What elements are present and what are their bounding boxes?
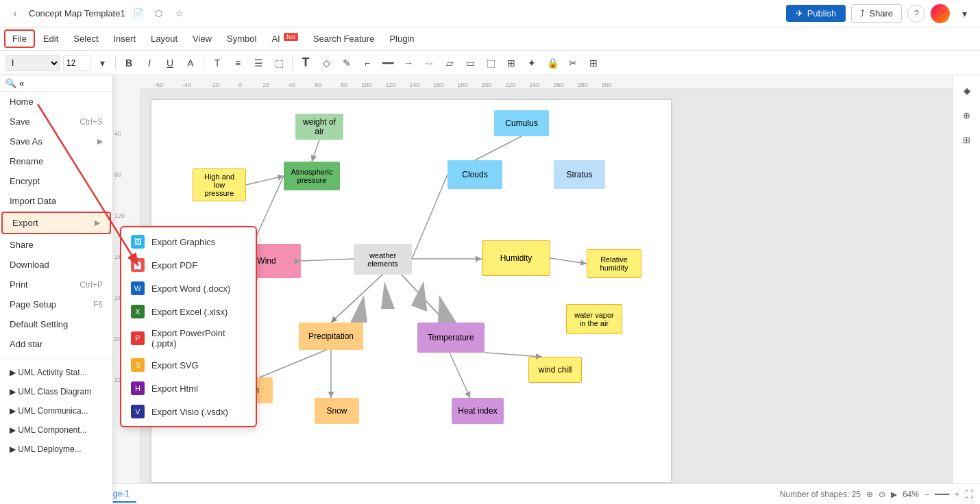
menu-ai[interactable]: AI hot	[265, 31, 304, 47]
italic-button[interactable]: I	[140, 54, 158, 72]
doc-icon[interactable]: 📄	[131, 6, 146, 21]
file-menu-save[interactable]: SaveCtrl+S	[0, 112, 112, 131]
line-style[interactable]: ━━	[379, 54, 397, 72]
export-excel[interactable]: X Export Excel (.xlsx)	[121, 300, 256, 323]
node-atmospheric-pressure[interactable]: Atmospheric pressure	[284, 162, 340, 190]
node-weather-elements[interactable]: weather elements	[354, 244, 412, 275]
text-format-button[interactable]: T	[208, 54, 226, 72]
menu-file[interactable]: File	[4, 29, 35, 48]
file-menu-save-as[interactable]: Save As▶	[0, 131, 112, 151]
zoom-slider[interactable]: ━━━	[935, 490, 949, 499]
layers-icon-bottom[interactable]: ⊕	[866, 490, 873, 499]
uml-communication[interactable]: ▶ UML Communica...	[0, 401, 112, 420]
menu-layout[interactable]: Layout	[144, 31, 184, 47]
node-high-low-pressure[interactable]: High and low pressure	[193, 168, 246, 201]
node-snow[interactable]: Snow	[315, 398, 359, 424]
publish-button[interactable]: ✈ Publish	[786, 5, 846, 22]
file-menu-download[interactable]: Download	[0, 255, 112, 275]
file-menu-share[interactable]: Share	[0, 235, 112, 255]
avatar[interactable]	[931, 4, 950, 23]
top-bar: ‹ Concept Map Template1 📄 ⬡ ☆ ✈ Publish …	[0, 0, 980, 27]
file-menu-export[interactable]: Export▶	[1, 212, 111, 234]
node-weight-of-air[interactable]: weight of air	[295, 114, 343, 140]
font-family-select[interactable]: I	[5, 55, 60, 71]
node-humidity[interactable]: Humidity	[482, 240, 550, 276]
menu-insert[interactable]: Insert	[107, 31, 143, 47]
fx-button[interactable]: ✦	[523, 54, 541, 72]
export-html[interactable]: H Export Html	[121, 377, 256, 400]
export-pptx[interactable]: P Export PowerPoint (.pptx)	[121, 323, 256, 353]
connector-button[interactable]: ⌐	[358, 54, 376, 72]
pen-button[interactable]: ✎	[338, 54, 356, 72]
collapse-icon[interactable]: «	[19, 78, 24, 88]
focus-icon[interactable]: ⊙	[879, 490, 885, 499]
uml-activity[interactable]: ▶ UML Activity Stat...	[0, 363, 112, 382]
shape2[interactable]: ▭	[461, 54, 479, 72]
back-button[interactable]: ‹	[7, 5, 23, 22]
menu-select[interactable]: Select	[66, 31, 105, 47]
export-pdf[interactable]: 📄 Export PDF	[121, 253, 256, 277]
rs-grid-icon[interactable]: ⊞	[957, 130, 977, 149]
file-menu-import[interactable]: Import Data	[0, 191, 112, 211]
play-icon[interactable]: ▶	[891, 490, 897, 499]
star-icon[interactable]: ☆	[172, 6, 187, 21]
underline-button[interactable]: U	[161, 54, 179, 72]
vertical-align[interactable]: ⬚	[270, 54, 288, 72]
file-menu-print[interactable]: PrintCtrl+P	[0, 275, 112, 294]
menu-search-feature[interactable]: Search Feature	[306, 31, 382, 47]
canvas-content[interactable]: weight of air Cumulus Atmospheric pressu…	[140, 89, 953, 490]
fit-page-button[interactable]: ⛶	[965, 490, 973, 499]
uml-class[interactable]: ▶ UML Class Diagram	[0, 382, 112, 401]
font-size-up[interactable]: ▾	[93, 54, 111, 72]
file-menu-page-setup[interactable]: Page SetupF6	[0, 294, 112, 314]
zoom-out-button[interactable]: −	[924, 490, 929, 499]
erase-button[interactable]: ◇	[317, 54, 335, 72]
shape3[interactable]: ⬚	[482, 54, 500, 72]
node-cumulus[interactable]: Cumulus	[494, 110, 549, 136]
node-relative-humidity[interactable]: Relative humidity	[587, 249, 641, 278]
shape4[interactable]: ⊞	[502, 54, 520, 72]
help-button[interactable]: ?	[907, 5, 925, 23]
rs-diamond-icon[interactable]: ◆	[957, 81, 977, 100]
menu-symbol[interactable]: Symbol	[220, 31, 263, 47]
export-svg[interactable]: S Export SVG	[121, 353, 256, 377]
line-dots[interactable]: ···	[420, 54, 438, 72]
scissors-button[interactable]: ✂	[564, 54, 582, 72]
font-color-button[interactable]: A	[182, 54, 199, 72]
lock-button[interactable]: 🔒	[543, 54, 561, 72]
zoom-in-button[interactable]: +	[955, 490, 959, 499]
share-button[interactable]: ⤴ Share	[851, 4, 902, 23]
uml-component[interactable]: ▶ UML Component...	[0, 420, 112, 440]
file-menu-default[interactable]: Default Setting	[0, 314, 112, 334]
file-menu-star[interactable]: Add star	[0, 334, 112, 354]
file-menu-home[interactable]: Home	[0, 92, 112, 112]
export-visio[interactable]: V Export Visio (.vsdx)	[121, 400, 256, 423]
export-word[interactable]: W Export Word (.docx)	[121, 277, 256, 300]
menu-plugin[interactable]: Plugin	[382, 31, 421, 47]
node-wind-chill[interactable]: wind chill	[528, 357, 582, 383]
node-clouds[interactable]: Clouds	[448, 160, 502, 189]
arrow-style[interactable]: →	[400, 54, 417, 72]
export-graphics[interactable]: 🖼 Export Graphics	[121, 230, 256, 253]
text-large[interactable]: T	[297, 54, 315, 72]
align-left[interactable]: ≡	[229, 54, 247, 72]
menu-view[interactable]: View	[186, 31, 219, 47]
shape1[interactable]: ▱	[441, 54, 458, 72]
menu-edit[interactable]: Edit	[36, 31, 65, 47]
node-water-vapor[interactable]: water vapor in the air	[566, 304, 622, 334]
expand-button[interactable]: ⊞	[585, 54, 602, 72]
node-stratus[interactable]: Stratus	[554, 160, 605, 189]
user-menu-chevron[interactable]: ▾	[955, 5, 973, 23]
node-precipitation[interactable]: Precipitation	[299, 323, 363, 350]
file-menu-rename[interactable]: Rename	[0, 151, 112, 171]
font-size-input[interactable]	[63, 55, 90, 71]
bold-button[interactable]: B	[120, 54, 138, 72]
node-heat-index[interactable]: Heat index	[452, 398, 504, 424]
rs-layers-icon[interactable]: ⊕	[957, 105, 977, 125]
file-menu-encrypt[interactable]: Encrypt	[0, 171, 112, 191]
share-icon-top[interactable]: ⬡	[151, 6, 167, 21]
uml-deployment[interactable]: ▶ UML Deployme...	[0, 440, 112, 459]
bottom-bar: ⊞ Page-1 + Page-1 Number of shapes: 25 ⊕…	[0, 483, 980, 504]
node-temperature[interactable]: Temperature	[417, 323, 485, 353]
align-center[interactable]: ☰	[249, 54, 267, 72]
